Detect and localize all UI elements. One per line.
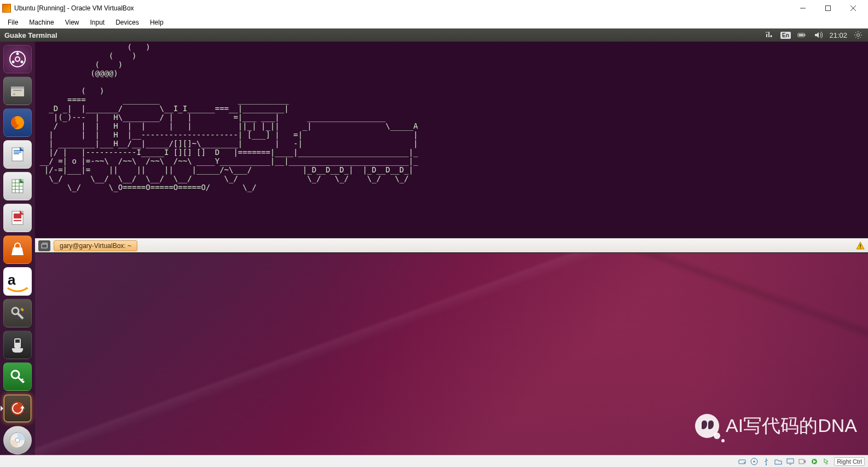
svg-rect-32: [860, 247, 861, 249]
svg-point-37: [766, 464, 767, 465]
virtualbox-titlebar: Ubuntu [Running] - Oracle VM VirtualBox: [0, 0, 868, 16]
launcher-impress[interactable]: [3, 204, 32, 232]
svg-point-7: [21, 61, 24, 64]
terminal-output[interactable]: ( ) ( ) ( ) (@@@@) ( ) ==== ________ ___…: [35, 42, 868, 238]
svg-rect-17: [14, 152, 21, 153]
battery-icon[interactable]: [796, 28, 807, 42]
status-display-icon[interactable]: [786, 457, 795, 466]
svg-rect-0: [826, 6, 831, 11]
launcher-files[interactable]: [3, 77, 32, 105]
svg-point-36: [754, 460, 755, 462]
ubuntu-top-panel: Guake Terminal En 21:02: [0, 28, 868, 42]
status-mouse-integration-icon[interactable]: [822, 457, 831, 466]
ubuntu-desktop[interactable]: Guake Terminal En 21:02: [0, 28, 868, 455]
guake-tabbar: gary@gary-VirtualBox: ~: [35, 238, 868, 252]
menu-input[interactable]: Input: [86, 18, 109, 27]
status-recording-icon[interactable]: [798, 457, 807, 466]
menu-help[interactable]: Help: [146, 18, 168, 27]
volume-icon[interactable]: [813, 28, 824, 42]
svg-point-6: [16, 53, 19, 55]
launcher-firefox[interactable]: [3, 108, 32, 137]
maximize-button[interactable]: [815, 0, 841, 16]
menu-file[interactable]: File: [3, 18, 22, 27]
new-tab-button[interactable]: [38, 240, 50, 251]
language-indicator[interactable]: En: [780, 28, 791, 42]
launcher-updater[interactable]: [3, 394, 32, 423]
svg-rect-3: [799, 34, 804, 36]
watermark: AI写代码的DNA: [695, 413, 857, 439]
status-hdd-icon[interactable]: [738, 457, 747, 466]
warning-icon: [856, 241, 865, 250]
launcher-software[interactable]: [3, 235, 32, 264]
svg-rect-39: [799, 459, 804, 464]
svg-point-26: [11, 371, 19, 378]
launcher-settings[interactable]: [3, 299, 32, 327]
minimize-button[interactable]: [790, 0, 815, 16]
menu-machine[interactable]: Machine: [25, 18, 58, 27]
status-usb-icon[interactable]: [762, 457, 771, 466]
virtualbox-menubar: File Machine View Input Devices Help: [0, 16, 868, 28]
svg-rect-18: [14, 153, 19, 154]
svg-rect-22: [14, 220, 21, 221]
watermark-text: AI写代码的DNA: [726, 413, 857, 439]
svg-rect-25: [15, 339, 20, 343]
status-optical-icon[interactable]: [750, 457, 759, 466]
unity-launcher: a: [0, 42, 35, 455]
svg-point-4: [857, 34, 860, 37]
launcher-amazon[interactable]: a: [3, 267, 32, 296]
menu-view[interactable]: View: [61, 18, 84, 27]
launcher-calc[interactable]: [3, 172, 32, 200]
svg-point-13: [14, 94, 15, 95]
menu-devices[interactable]: Devices: [111, 18, 143, 27]
network-icon[interactable]: [763, 28, 774, 42]
svg-rect-2: [805, 34, 806, 36]
svg-rect-38: [787, 459, 794, 463]
svg-rect-10: [11, 87, 24, 89]
running-indicator-icon: [1, 406, 3, 411]
svg-point-9: [15, 57, 20, 61]
svg-point-29: [15, 438, 20, 442]
guake-terminal: ( ) ( ) ( ) (@@@@) ( ) ==== ________ ___…: [35, 42, 868, 253]
launcher-controller[interactable]: [3, 331, 32, 359]
hostkey-label[interactable]: Right Ctrl: [834, 457, 865, 466]
svg-point-8: [12, 61, 15, 64]
virtualbox-window-title: Ubuntu [Running] - Oracle VM VirtualBox: [14, 4, 790, 12]
guest-display[interactable]: Guake Terminal En 21:02: [0, 28, 868, 455]
launcher-dash[interactable]: [3, 45, 32, 73]
terminal-tab[interactable]: gary@gary-VirtualBox: ~: [54, 240, 137, 251]
virtualbox-icon: [2, 4, 11, 13]
launcher-writer[interactable]: [3, 140, 32, 169]
launcher-disc[interactable]: [3, 426, 32, 454]
status-shared-folder-icon[interactable]: [774, 457, 783, 466]
gear-icon[interactable]: [853, 28, 864, 42]
status-vm-state-icon[interactable]: [810, 457, 819, 466]
launcher-passwords[interactable]: [3, 362, 32, 391]
clock[interactable]: 21:02: [829, 31, 847, 39]
svg-point-34: [744, 462, 745, 463]
virtualbox-statusbar: Right Ctrl: [0, 455, 868, 467]
close-button[interactable]: [841, 0, 866, 16]
svg-rect-30: [42, 244, 47, 248]
panel-app-title: Guake Terminal: [4, 31, 758, 39]
svg-rect-12: [13, 90, 22, 91]
svg-rect-31: [860, 244, 861, 247]
wechat-icon: [695, 414, 719, 438]
